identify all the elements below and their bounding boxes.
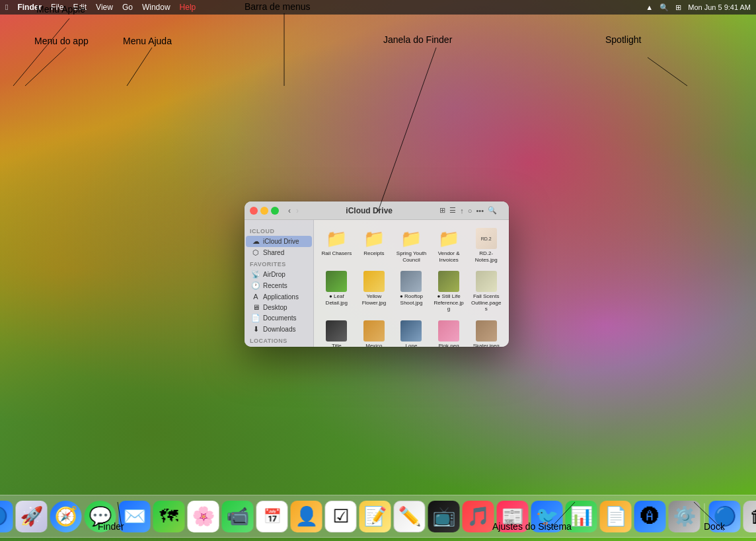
go-menu[interactable]: Go bbox=[122, 3, 133, 12]
image-thumbnail bbox=[326, 271, 347, 292]
file-vendor-invoices[interactable]: 📁 Vendor & Invoices bbox=[432, 225, 467, 266]
file-fall-scents[interactable]: Fall Scents Outline.pages bbox=[469, 268, 504, 315]
date-time: Mon Jun 5 9:41 AM bbox=[688, 3, 751, 11]
file-rd2-notes[interactable]: RD.2 RD.2-Notes.jpg bbox=[469, 225, 504, 266]
sidebar-shared[interactable]: ⬡ Shared bbox=[246, 247, 312, 258]
file-lone-pine[interactable]: Lone Pine.peg bbox=[394, 318, 429, 347]
dock-notes[interactable]: 📝 bbox=[359, 501, 391, 532]
image-thumbnail bbox=[400, 271, 422, 292]
file-rail-chasers[interactable]: 📁 Rail Chasers bbox=[319, 225, 354, 266]
tv-icon: 📺 bbox=[432, 505, 455, 527]
dock-twitterrific[interactable]: 🐦 bbox=[531, 501, 563, 532]
dock-tv[interactable]: 📺 bbox=[428, 501, 460, 532]
finder-body: iCloud ☁ iCloud Drive ⬡ Shared Favorites… bbox=[245, 220, 509, 347]
finder-content: 📁 Rail Chasers 📁 Receipts 📁 Spring Youth… bbox=[314, 220, 509, 347]
file-name: Receipts bbox=[363, 250, 384, 257]
sidebar-desktop[interactable]: 🖥 Desktop bbox=[246, 302, 312, 312]
sidebar-downloads[interactable]: ⬇ Downloads bbox=[246, 324, 312, 335]
notes-icon: 📝 bbox=[363, 505, 387, 527]
dock-calendar[interactable]: 📅 bbox=[256, 501, 288, 532]
more-icon[interactable]: ••• bbox=[476, 207, 484, 215]
file-rooftop-shoot[interactable]: ● Rooftop Shoot.jpg bbox=[394, 268, 429, 315]
dock-freeform[interactable]: ✏️ bbox=[394, 501, 426, 532]
file-receipts[interactable]: 📁 Receipts bbox=[357, 225, 392, 266]
file-name: ● Still Life Reference.jpg bbox=[433, 293, 465, 312]
file-name: Yellow Flower.jpg bbox=[358, 293, 391, 306]
search-icon[interactable]: 🔍 bbox=[660, 3, 669, 12]
file-menu[interactable]: File bbox=[51, 3, 63, 12]
dock-launchpad[interactable]: 🚀 bbox=[16, 501, 48, 532]
view-icon[interactable]: ⊞ bbox=[439, 206, 445, 215]
dock-numbers[interactable]: 📊 bbox=[566, 501, 597, 532]
file-name: Rail Chasers bbox=[321, 250, 352, 257]
dock-contacts[interactable]: 👤 bbox=[291, 501, 322, 532]
dock-appstore[interactable]: 🅐 bbox=[634, 501, 666, 532]
icloud-icon: ☁ bbox=[251, 237, 260, 246]
file-name: Mexico City.peg bbox=[358, 343, 391, 347]
finder-toolbar-icons: ⊞ ☰ ↑ ○ ••• 🔍 bbox=[439, 206, 497, 215]
file-pink[interactable]: Pink.peg bbox=[432, 318, 467, 347]
finder-sidebar: iCloud ☁ iCloud Drive ⬡ Shared Favorites… bbox=[245, 220, 314, 347]
dock-facetime[interactable]: 📹 bbox=[222, 501, 254, 532]
dock-finder[interactable]: 🔵 bbox=[0, 501, 13, 532]
file-yellow-flower[interactable]: Yellow Flower.jpg bbox=[357, 268, 392, 315]
file-mexico-city[interactable]: Mexico City.peg bbox=[357, 318, 392, 347]
minimize-button[interactable] bbox=[260, 207, 268, 215]
window-menu[interactable]: Window bbox=[142, 3, 170, 12]
file-leaf-detail[interactable]: ● Leaf Detail.jpg bbox=[319, 268, 354, 315]
sort-icon[interactable]: ☰ bbox=[449, 206, 456, 215]
share-icon[interactable]: ↑ bbox=[460, 207, 464, 215]
apple-menu[interactable]:  bbox=[5, 3, 8, 11]
screensaver-icon: 🔵 bbox=[713, 505, 736, 527]
file-name: Vendor & Invoices bbox=[433, 250, 465, 263]
folder-icon: 📁 bbox=[438, 228, 459, 249]
dock-music[interactable]: 🎵 bbox=[463, 501, 494, 532]
search-icon-finder[interactable]: 🔍 bbox=[488, 206, 497, 215]
finder-icon: 🔵 bbox=[0, 506, 8, 526]
dock-news[interactable]: 📰 bbox=[497, 501, 529, 532]
file-title-cover[interactable]: Title Cover.jpg bbox=[319, 318, 354, 347]
dock-trash[interactable]: 🗑 bbox=[743, 501, 757, 532]
maximize-button[interactable] bbox=[271, 207, 279, 215]
folder-icon: 📁 bbox=[400, 228, 422, 249]
dock-system-preferences[interactable]: ⚙️ bbox=[669, 501, 700, 532]
dock-mail[interactable]: ✉️ bbox=[119, 501, 151, 532]
folder-icon: 📁 bbox=[326, 228, 347, 249]
sidebar-airdrop-label: AirDrop bbox=[263, 271, 285, 278]
dock-pages[interactable]: 📄 bbox=[600, 501, 632, 532]
messages-icon: 💬 bbox=[89, 505, 112, 527]
sidebar-desktop-label: Desktop bbox=[263, 304, 287, 311]
file-spring-youth[interactable]: 📁 Spring Youth Council bbox=[394, 225, 429, 266]
file-skater[interactable]: Skater.jpeg bbox=[469, 318, 504, 347]
file-still-life[interactable]: ● Still Life Reference.jpg bbox=[432, 268, 467, 315]
dock-separator bbox=[704, 503, 705, 530]
sidebar-applications[interactable]: A Applications bbox=[246, 291, 312, 302]
dock-maps[interactable]: 🗺 bbox=[153, 501, 185, 532]
dock-safari[interactable]: 🧭 bbox=[50, 501, 82, 532]
view-menu[interactable]: View bbox=[96, 3, 113, 12]
image-thumbnail bbox=[476, 320, 497, 342]
pages-icon: 📄 bbox=[604, 505, 627, 527]
help-menu[interactable]: Help bbox=[180, 3, 196, 12]
sidebar-recents[interactable]: 🕐 Recents bbox=[246, 280, 312, 291]
app-menu[interactable]: Finder bbox=[17, 3, 42, 12]
sidebar-airdrop[interactable]: 📡 AirDrop bbox=[246, 269, 312, 280]
dock-photos[interactable]: 🌸 bbox=[188, 501, 219, 532]
close-button[interactable] bbox=[250, 207, 258, 215]
forward-icon[interactable]: › bbox=[296, 206, 299, 215]
launchpad-icon: 🚀 bbox=[20, 505, 43, 527]
sidebar-documents[interactable]: 📄 Documents bbox=[246, 312, 312, 324]
dock-screensaver[interactable]: 🔵 bbox=[709, 501, 741, 532]
sidebar-icloud-drive[interactable]: ☁ iCloud Drive bbox=[246, 236, 312, 247]
dock-messages[interactable]: 💬 bbox=[85, 501, 116, 532]
finder-titlebar: ‹ › iCloud Drive ⊞ ☰ ↑ ○ ••• 🔍 bbox=[245, 201, 509, 220]
back-icon[interactable]: ‹ bbox=[288, 206, 291, 215]
edit-menu[interactable]: Edit bbox=[73, 3, 87, 12]
safari-icon: 🧭 bbox=[54, 505, 77, 527]
reminders-icon: ☑ bbox=[332, 505, 349, 527]
tag-icon[interactable]: ○ bbox=[468, 207, 472, 215]
control-center-icon[interactable]: ⊞ bbox=[675, 3, 681, 12]
file-name: Skater.jpeg bbox=[473, 343, 500, 347]
file-name: Spring Youth Council bbox=[395, 250, 428, 263]
dock-reminders[interactable]: ☑ bbox=[325, 501, 357, 532]
